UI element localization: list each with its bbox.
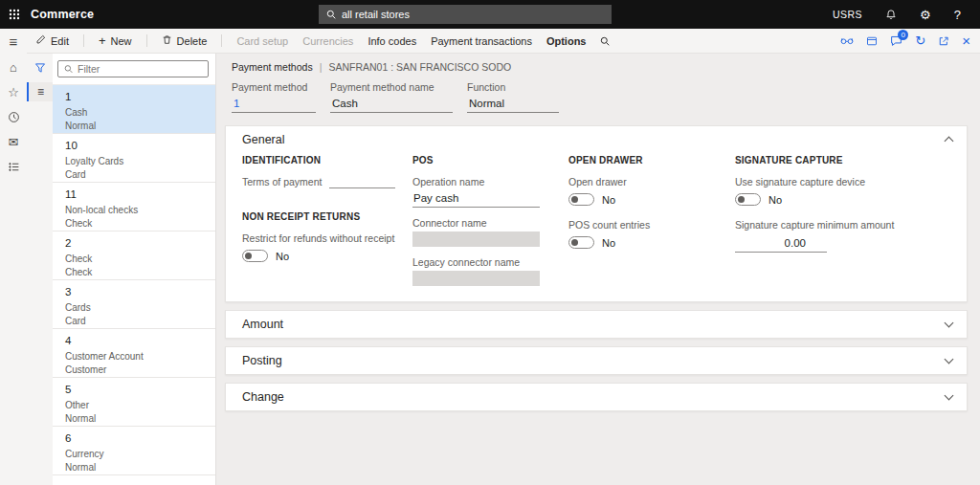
payment-method-list: 1 Cash Normal 10 Loyalty Cards Card 11 [53,84,215,485]
help-icon[interactable]: ? [954,9,961,21]
breadcrumb-title[interactable]: Payment methods [232,61,313,73]
item-name: Non-local checks [65,204,208,217]
close-icon[interactable]: × [962,33,970,48]
info-codes-button[interactable]: Info codes [368,35,416,47]
list-item[interactable]: 5 Other Normal [53,378,215,427]
mail-icon[interactable]: ✉ [0,136,27,148]
open-drawer-toggle[interactable] [568,193,594,206]
item-name: Other [65,399,208,412]
chevron-down-icon [945,355,954,364]
payment-transactions-label: Payment transactions [431,35,532,47]
item-id: 6 [65,432,208,444]
breadcrumb-record: SANFRAN01 : SAN FRANCISCO SODO [328,61,511,73]
separator [221,34,222,47]
item-name: Cash [65,106,208,120]
item-id: 11 [65,188,208,200]
signature-device-label: Use signature capture device [735,175,949,188]
clock-icon[interactable] [0,111,27,123]
filter-input[interactable] [78,63,202,75]
list-item[interactable]: 3 Cards Card [53,280,215,329]
function-label: Function [467,81,559,93]
item-id: 1 [65,91,208,102]
popout-icon[interactable] [938,35,949,47]
refresh-icon[interactable]: ↻ [915,34,925,47]
edit-button[interactable]: Edit [35,34,69,47]
list-item[interactable]: 11 Non-local checks Check [53,183,215,231]
hamburger-icon[interactable]: ≡ [0,34,27,49]
payment-transactions-button[interactable]: Payment transactions [431,35,532,47]
list-item[interactable]: 1 Cash Normal [53,85,215,134]
home-icon[interactable]: ⌂ [0,61,27,74]
item-id: 10 [65,140,208,151]
payment-method-value[interactable]: 1 [232,98,316,113]
app-title[interactable]: Commerce [31,8,94,21]
window-icon[interactable] [866,35,878,47]
general-section-title: General [242,133,284,146]
posting-section-title: Posting [242,354,282,367]
list-item[interactable]: 6 Currency Normal [53,427,215,475]
general-section-header[interactable]: General [226,126,967,153]
posting-section-header[interactable]: Posting [226,347,967,374]
terms-of-payment-input[interactable] [329,176,395,188]
signature-device-toggle[interactable] [735,193,761,206]
app-window: Commerce USRS ⚙ ? ≡ ⌂ ☆ ✉ [0,0,980,485]
item-function: Normal [65,461,208,474]
operation-name-label: Operation name [412,175,540,188]
breadcrumb-separator: | [320,61,323,73]
restrict-refunds-value: No [276,251,289,262]
general-section-body: IDENTIFICATION Terms of payment NON RECE… [226,153,967,301]
pos-heading: POS [412,155,540,165]
trash-icon [162,34,172,47]
currencies-button[interactable]: Currencies [302,35,353,47]
edit-label: Edit [51,35,69,47]
panel-list-area: 1 Cash Normal 10 Loyalty Cards Card 11 [53,54,215,485]
list-view-icon[interactable]: ≡ [27,82,53,101]
options-label: Options [546,35,587,47]
header-fields: Payment method 1 Payment method name Cas… [232,81,968,113]
separator [146,34,147,47]
payment-methods-list-panel: ≡ 1 Cash Normal [27,54,216,485]
restrict-refunds-toggle[interactable] [242,250,268,262]
actionbar-search-button[interactable] [600,36,610,46]
pos-count-entries-toggle[interactable] [568,236,594,249]
bell-icon[interactable] [885,9,897,20]
function-value[interactable]: Normal [467,98,559,113]
change-section-header[interactable]: Change [226,384,967,410]
global-search[interactable] [319,5,612,24]
options-button[interactable]: Options [546,35,587,47]
item-function: Check [65,217,208,231]
top-navbar: Commerce USRS ⚙ ? [0,0,980,29]
info-codes-label: Info codes [368,35,416,47]
global-search-input[interactable] [342,9,604,20]
modules-icon[interactable] [0,161,27,173]
list-item[interactable]: 4 Customer Account Customer [53,329,215,378]
filter-funnel-icon[interactable] [27,62,53,74]
pencil-icon [35,34,46,47]
operation-name-input[interactable]: Pay cash [412,189,540,208]
connector-name-label: Connector name [412,216,540,230]
connector-name-input [412,231,540,247]
gear-icon[interactable]: ⚙ [920,9,931,21]
item-name: Check [65,253,208,266]
waffle-menu-icon[interactable] [0,9,29,20]
list-item[interactable]: 2 Check Check [53,231,215,280]
pos-count-entries-value: No [602,237,615,249]
search-icon [326,10,336,19]
feedback-chat-button[interactable]: 0 [890,34,902,47]
list-item[interactable]: 10 Loyalty Cards Card [53,134,215,183]
new-button[interactable]: + New [99,34,132,47]
filter-box[interactable] [57,60,209,77]
signature-minimum-amount-input[interactable]: 0.00 [735,234,827,253]
star-icon[interactable]: ☆ [0,86,27,99]
glasses-icon[interactable] [840,35,854,46]
left-nav-rail: ≡ ⌂ ☆ ✉ [0,29,27,485]
delete-label: Delete [177,35,208,47]
card-setup-button[interactable]: Card setup [236,35,288,47]
payment-method-name-label: Payment method name [330,81,453,93]
payment-method-name-input[interactable]: Cash [330,98,453,113]
amount-section-header[interactable]: Amount [226,311,967,338]
item-function: Normal [65,412,208,426]
item-id: 3 [65,286,208,298]
user-initials[interactable]: USRS [833,9,862,20]
delete-button[interactable]: Delete [162,34,208,47]
